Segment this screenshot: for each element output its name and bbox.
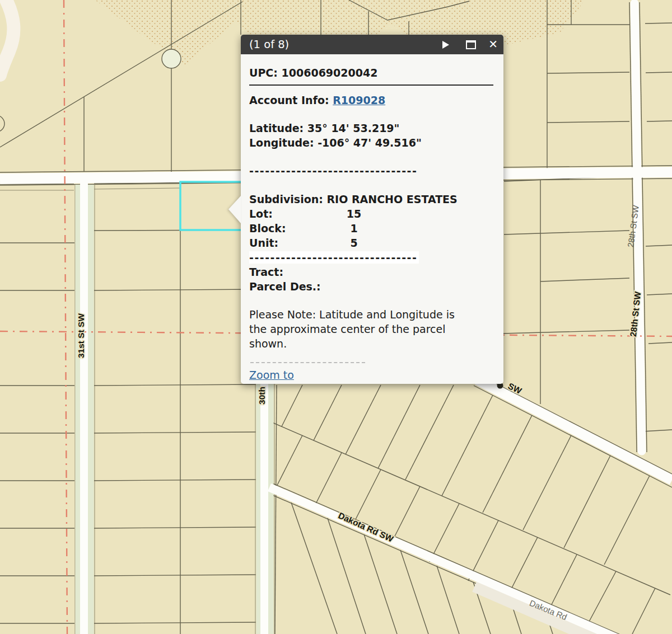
block-value: 1 — [338, 221, 370, 236]
longitude-label: Longitude: — [249, 137, 314, 149]
latitude-label: Latitude: — [249, 122, 304, 134]
note-text: Please Note: Latitude and Longitude is t… — [249, 307, 468, 351]
lot-value: 15 — [338, 206, 370, 221]
account-label: Account Info: — [249, 94, 329, 106]
parcel-des-row: Parcel Des.: — [249, 279, 493, 294]
upc-row: UPC: 1006069020042 — [249, 65, 493, 80]
account-link[interactable]: R109028 — [333, 94, 385, 106]
popup-title-bar[interactable]: (1 of 8) ✕ — [241, 35, 503, 54]
longitude-value: -106° 47' 49.516" — [318, 137, 422, 149]
subdivision-row: Subdivision: RIO RANCHO ESTATES — [249, 192, 493, 206]
tract-row: Tract: — [249, 265, 493, 279]
latitude-row: Latitude: 35° 14' 53.219" — [249, 121, 493, 135]
account-row: Account Info: R109028 — [249, 93, 493, 107]
block-row: Block: 1 — [249, 221, 493, 236]
lot-label: Lot: — [249, 208, 273, 220]
upc-value: 1006069020042 — [282, 67, 378, 79]
unit-value: 5 — [338, 236, 370, 250]
zoom-to-link[interactable]: Zoom to — [249, 369, 294, 381]
tract-label: Tract: — [249, 266, 283, 278]
popup-body: UPC: 1006069020042 Account Info: R109028… — [241, 65, 503, 382]
maximize-icon[interactable] — [466, 40, 476, 49]
block-label: Block: — [249, 222, 286, 234]
map-stage: 31st St SW 28th St SW 28th St SW 30th SW… — [0, 0, 672, 634]
popup-page-indicator: (1 of 8) — [249, 38, 289, 51]
street-label-31st: 31st St SW — [76, 313, 86, 358]
dashed-separator: -------------------------------- — [249, 163, 493, 178]
longitude-row: Longitude: -106° 47' 49.516" — [249, 135, 493, 150]
street-label-30th: 30th — [257, 387, 267, 405]
dashed-separator-highlighted: -------------------------------- — [249, 251, 419, 264]
unit-label: Unit: — [249, 237, 278, 249]
next-feature-icon[interactable] — [442, 41, 449, 49]
close-icon[interactable]: ✕ — [488, 35, 498, 54]
latitude-value: 35° 14' 53.219" — [307, 122, 400, 134]
lot-row: Lot: 15 — [249, 206, 493, 221]
popup-controls: ✕ — [442, 35, 498, 54]
unit-row: Unit: 5 — [249, 236, 493, 250]
upc-label: UPC: — [249, 67, 278, 79]
popup-pointer — [228, 196, 241, 223]
parcel-des-label: Parcel Des.: — [249, 280, 321, 293]
subdivision-value: RIO RANCHO ESTATES — [326, 193, 457, 205]
clipped-separator — [250, 362, 365, 363]
subdivision-label: Subdivision: — [249, 193, 323, 205]
feature-info-popup: (1 of 8) ✕ UPC: 1006069020042 Account In… — [241, 35, 503, 384]
divider-rule — [249, 84, 493, 86]
